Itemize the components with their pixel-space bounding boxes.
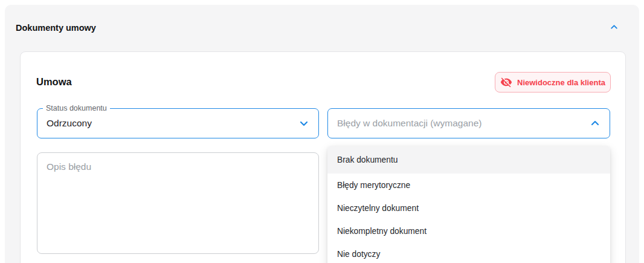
chevron-up-icon — [609, 22, 619, 34]
errors-select-placeholder: Błędy w dokumentacji (wymagane) — [337, 118, 589, 129]
card-title: Umowa — [36, 76, 72, 88]
dropdown-option-bledy-merytoryczne[interactable]: Błędy merytoryczne — [327, 174, 610, 196]
accordion-header: Dokumenty umowy — [5, 5, 639, 48]
status-select-label: Status dokumentu — [43, 103, 110, 113]
document-status-select[interactable]: Status dokumentu Odrzucony — [37, 108, 319, 138]
errors-dropdown-menu: Brak dokumentu Błędy merytoryczne Nieczy… — [327, 146, 610, 263]
eye-slash-icon — [500, 76, 512, 88]
umowa-card: Umowa Niewidoczne dla klienta Status dok… — [20, 51, 626, 263]
dropdown-option-niekompletny-dokument[interactable]: Niekompletny dokument — [327, 219, 610, 242]
panel-title: Dokumenty umowy — [16, 23, 96, 33]
chevron-down-icon — [298, 117, 310, 129]
status-select-value: Odrzucony — [47, 118, 298, 129]
dropdown-option-nieczytelny-dokument[interactable]: Nieczytelny dokument — [327, 196, 610, 219]
error-description-input[interactable] — [37, 152, 319, 254]
badge-label: Niewidoczne dla klienta — [517, 78, 605, 87]
collapse-button[interactable] — [603, 17, 625, 39]
dropdown-option-nie-dotyczy[interactable]: Nie dotyczy — [327, 242, 610, 263]
hidden-from-client-badge[interactable]: Niewidoczne dla klienta — [495, 72, 611, 93]
chevron-up-icon — [589, 117, 601, 129]
dropdown-option-brak-dokumentu[interactable]: Brak dokumentu — [327, 146, 610, 174]
documentation-errors-select[interactable]: Błędy w dokumentacji (wymagane) — [327, 108, 610, 138]
contract-documents-panel: Dokumenty umowy Umowa Niewidoczne dla kl… — [5, 5, 639, 263]
